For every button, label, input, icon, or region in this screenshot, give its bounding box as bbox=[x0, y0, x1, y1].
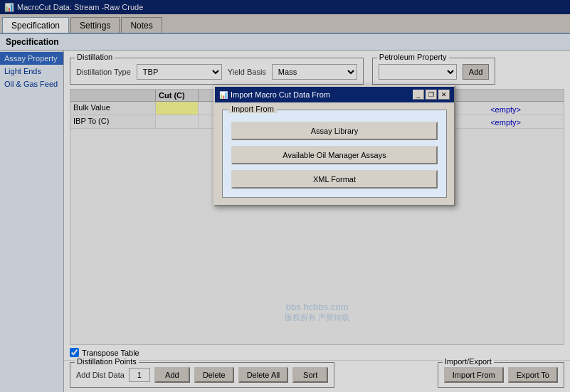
import-from-group: Import From Assay Library Available Oil … bbox=[222, 110, 447, 198]
xml-format-button[interactable]: XML Format bbox=[231, 170, 438, 189]
modal-overlay: 📊 Import Macro Cut Data From _ ❐ ✕ Impor… bbox=[0, 0, 570, 392]
assay-library-button[interactable]: Assay Library bbox=[231, 122, 438, 140]
modal-title-text: Import Macro Cut Data From bbox=[231, 90, 330, 99]
modal-icon: 📊 bbox=[219, 91, 228, 99]
main-content: Specification Assay Property Light Ends … bbox=[0, 34, 570, 392]
modal-body: Import From Assay Library Available Oil … bbox=[215, 102, 454, 205]
available-oil-button[interactable]: Available Oil Manager Assays bbox=[231, 146, 438, 164]
import-from-legend: Import From bbox=[228, 105, 277, 113]
modal-minimize-btn[interactable]: _ bbox=[413, 90, 424, 100]
import-modal: 📊 Import Macro Cut Data From _ ❐ ✕ Impor… bbox=[213, 85, 455, 206]
modal-restore-btn[interactable]: ❐ bbox=[426, 90, 437, 100]
modal-titlebar: 📊 Import Macro Cut Data From _ ❐ ✕ bbox=[215, 87, 454, 102]
modal-title-buttons: _ ❐ ✕ bbox=[413, 90, 450, 100]
modal-close-btn[interactable]: ✕ bbox=[438, 90, 450, 100]
